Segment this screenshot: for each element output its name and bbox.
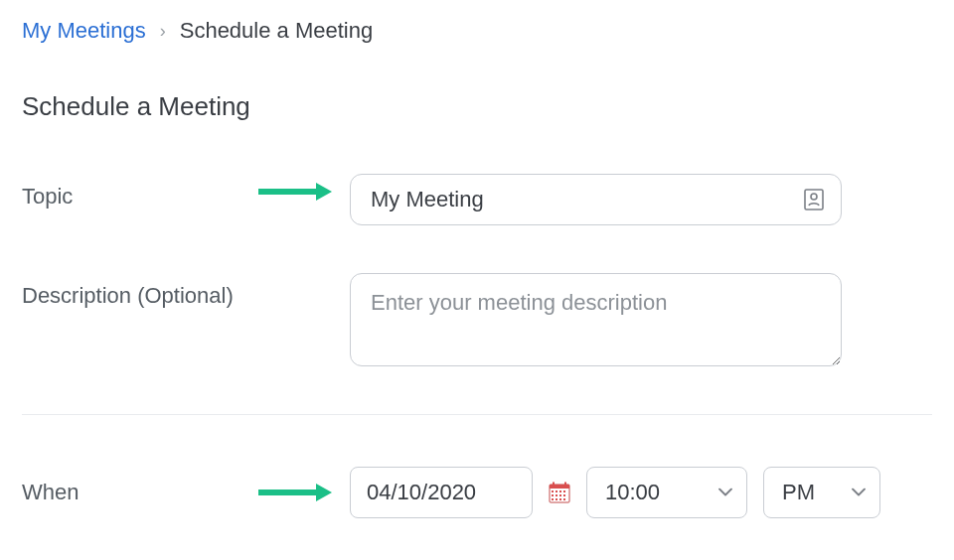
svg-marker-5 [316, 484, 332, 501]
ampm-select-value: PM [782, 480, 815, 505]
arrow-right-icon [258, 482, 332, 503]
breadcrumb-link-my-meetings[interactable]: My Meetings [22, 18, 146, 44]
svg-rect-14 [552, 494, 554, 496]
label-topic: Topic [22, 174, 350, 210]
label-topic-text: Topic [22, 184, 73, 209]
calendar-icon[interactable] [549, 482, 570, 503]
svg-rect-21 [563, 498, 565, 500]
page-title: Schedule a Meeting [22, 91, 932, 122]
row-topic: Topic [22, 174, 932, 225]
description-textarea[interactable] [350, 273, 842, 366]
chevron-right-icon: › [160, 21, 166, 42]
chevron-down-icon [852, 489, 866, 497]
topic-input-wrap [350, 174, 842, 225]
svg-rect-11 [556, 490, 557, 492]
label-description: Description (Optional) [22, 273, 350, 309]
svg-rect-12 [559, 490, 561, 492]
row-description: Description (Optional) [22, 273, 932, 366]
svg-rect-10 [552, 490, 554, 492]
svg-rect-15 [556, 494, 557, 496]
svg-rect-19 [556, 498, 557, 500]
svg-rect-13 [563, 490, 565, 492]
ampm-select[interactable]: PM [763, 467, 880, 518]
svg-rect-17 [563, 494, 565, 496]
svg-point-3 [811, 194, 817, 200]
breadcrumb-current: Schedule a Meeting [180, 18, 373, 44]
topic-input[interactable] [350, 174, 842, 225]
time-select[interactable]: 10:00 [586, 467, 747, 518]
section-divider [22, 414, 932, 415]
svg-rect-16 [559, 494, 561, 496]
label-when: When [22, 480, 350, 505]
svg-rect-9 [564, 483, 566, 487]
svg-marker-1 [316, 183, 332, 201]
row-when: When 10:00 PM [22, 467, 932, 518]
time-select-value: 10:00 [605, 480, 660, 505]
label-when-text: When [22, 480, 79, 504]
breadcrumb: My Meetings › Schedule a Meeting [22, 18, 932, 44]
date-input[interactable] [350, 467, 533, 518]
svg-rect-20 [559, 498, 561, 500]
svg-rect-8 [553, 483, 555, 487]
when-controls: 10:00 PM [350, 467, 880, 518]
chevron-down-icon [718, 489, 732, 497]
arrow-right-icon [258, 181, 332, 203]
contact-card-icon [804, 189, 824, 210]
svg-rect-18 [552, 498, 554, 500]
